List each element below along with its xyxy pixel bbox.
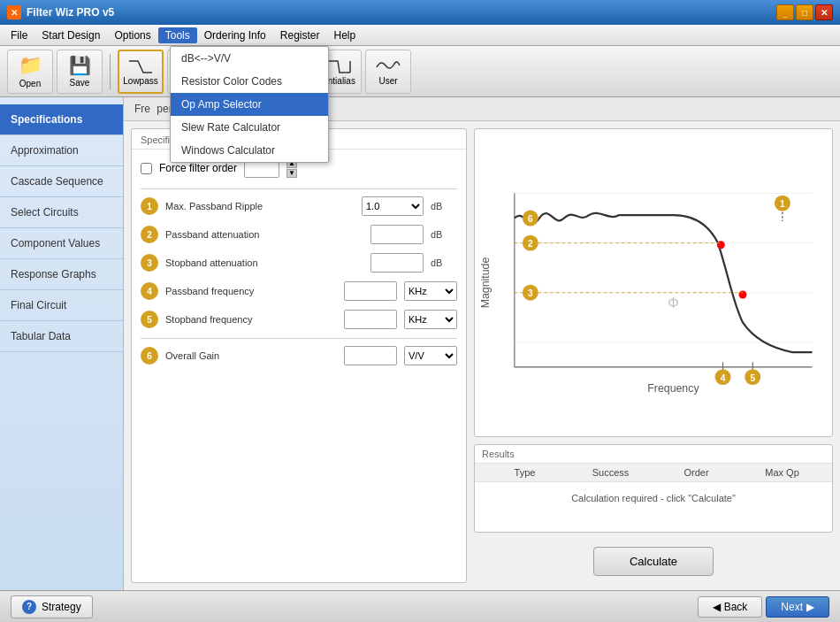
menu-db-converter[interactable]: dB<-->V/V (171, 47, 328, 70)
menu-windows-calculator[interactable]: Windows Calculator (171, 139, 328, 162)
dropdown-overlay[interactable]: dB<-->V/V Resistor Color Codes Op Amp Se… (0, 0, 840, 622)
tools-dropdown-menu: dB<-->V/V Resistor Color Codes Op Amp Se… (170, 46, 329, 163)
menu-slew-rate[interactable]: Slew Rate Calculator (171, 116, 328, 139)
menu-opamp-selector[interactable]: Op Amp Selector (171, 93, 328, 116)
menu-resistor-codes[interactable]: Resistor Color Codes (171, 70, 328, 93)
